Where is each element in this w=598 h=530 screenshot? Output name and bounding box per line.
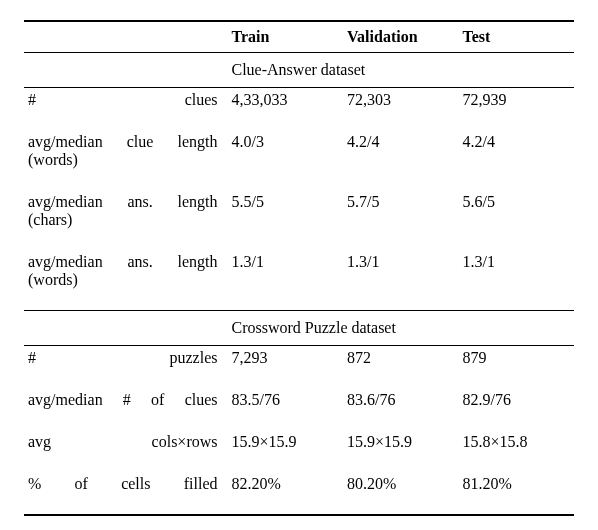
cell-val: 80.20% (343, 472, 459, 515)
cell-train: 5.5/5 (228, 190, 344, 250)
cell-test: 82.9/76 (459, 388, 575, 430)
cell-test: 1.3/1 (459, 250, 575, 311)
cell-train: 7,293 (228, 346, 344, 389)
row-label: # puzzles (24, 346, 228, 389)
cell-val: 15.9×15.9 (343, 430, 459, 472)
cell-test: 15.8×15.8 (459, 430, 575, 472)
dataset-stats-table: Train Validation Test Clue-Answer datase… (24, 20, 574, 516)
row-label: avg/median # of clues (24, 388, 228, 430)
cell-test: 5.6/5 (459, 190, 575, 250)
cell-val: 72,303 (343, 88, 459, 131)
cell-val: 5.7/5 (343, 190, 459, 250)
cell-test: 72,939 (459, 88, 575, 131)
blank-cell (24, 53, 228, 88)
row-label: % of cells filled (24, 472, 228, 515)
row-label: avg/median ans. length (chars) (24, 190, 228, 250)
cell-val: 1.3/1 (343, 250, 459, 311)
cell-train: 82.20% (228, 472, 344, 515)
row-label: avg/median ans. length (words) (24, 250, 228, 311)
header-train: Train (228, 21, 344, 53)
cell-val: 872 (343, 346, 459, 389)
blank-cell (24, 311, 228, 346)
cell-train: 15.9×15.9 (228, 430, 344, 472)
section1-title: Clue-Answer dataset (228, 53, 575, 88)
cell-train: 4,33,033 (228, 88, 344, 131)
cell-test: 879 (459, 346, 575, 389)
header-blank (24, 21, 228, 53)
row-label: # clues (24, 88, 228, 131)
row-label: avg cols×rows (24, 430, 228, 472)
cell-train: 83.5/76 (228, 388, 344, 430)
section2-title: Crossword Puzzle dataset (228, 311, 575, 346)
cell-train: 4.0/3 (228, 130, 344, 190)
header-validation: Validation (343, 21, 459, 53)
cell-test: 4.2/4 (459, 130, 575, 190)
cell-train: 1.3/1 (228, 250, 344, 311)
cell-test: 81.20% (459, 472, 575, 515)
cell-val: 4.2/4 (343, 130, 459, 190)
header-test: Test (459, 21, 575, 53)
row-label: avg/median clue length (words) (24, 130, 228, 190)
cell-val: 83.6/76 (343, 388, 459, 430)
